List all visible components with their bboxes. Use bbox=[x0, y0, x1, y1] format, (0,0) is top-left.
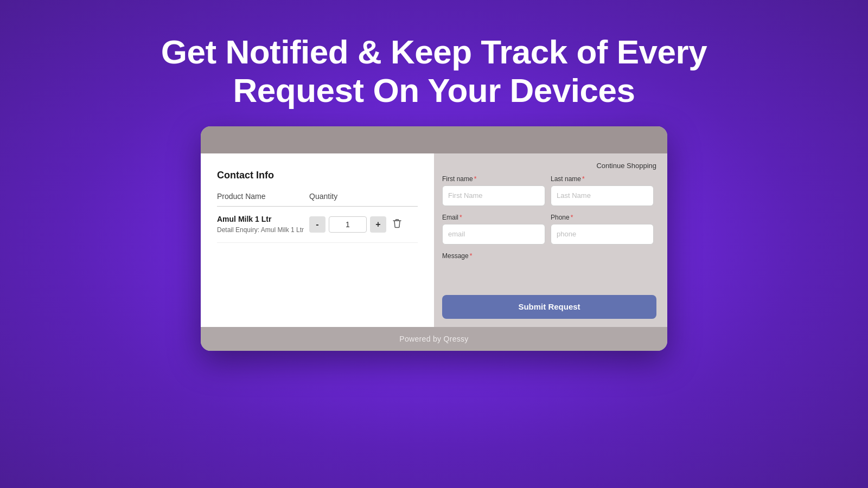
last-name-label: Last name* bbox=[551, 175, 654, 183]
required-star: * bbox=[474, 175, 477, 183]
product-info: Amul Milk 1 Ltr Detail Enquiry: Amul Mil… bbox=[217, 215, 309, 235]
required-star: * bbox=[571, 214, 573, 221]
heading-line1: Get Notified & Keep Track of Every bbox=[161, 33, 707, 70]
quantity-input[interactable] bbox=[329, 216, 367, 233]
form-scroll-area: First name* Last name* bbox=[442, 175, 656, 290]
app-container: Contact Info Product Name Quantity Amul … bbox=[201, 126, 667, 351]
submit-request-button[interactable]: Submit Request bbox=[442, 295, 656, 319]
form-group-message: Message* bbox=[442, 252, 654, 262]
delete-button[interactable] bbox=[393, 219, 401, 230]
form-row-message: Message* bbox=[442, 252, 654, 262]
col-quantity-header: Quantity bbox=[309, 192, 418, 201]
form-scroll-inner[interactable]: First name* Last name* bbox=[442, 175, 656, 273]
form-row-name: First name* Last name* bbox=[442, 175, 654, 206]
phone-label: Phone* bbox=[551, 214, 654, 221]
form-group-lastname: Last name* bbox=[551, 175, 654, 206]
form-row-contact: Email* Phone* bbox=[442, 214, 654, 245]
quantity-increase-button[interactable]: + bbox=[370, 216, 386, 233]
required-star: * bbox=[470, 252, 473, 260]
product-detail: Detail Enquiry: Amul Milk 1 Ltr bbox=[217, 226, 309, 235]
email-label: Email* bbox=[442, 214, 545, 221]
right-panel: Continue Shopping First name* Last name* bbox=[434, 153, 667, 327]
product-row: Amul Milk 1 Ltr Detail Enquiry: Amul Mil… bbox=[217, 215, 418, 243]
product-name: Amul Milk 1 Ltr bbox=[217, 215, 309, 223]
left-panel: Contact Info Product Name Quantity Amul … bbox=[201, 153, 434, 327]
page-heading: Get Notified & Keep Track of Every Reque… bbox=[161, 33, 707, 110]
required-star: * bbox=[459, 214, 462, 221]
contact-info-title: Contact Info bbox=[217, 170, 418, 181]
first-name-input[interactable] bbox=[442, 185, 545, 206]
col-product-header: Product Name bbox=[217, 192, 309, 201]
quantity-control: - + bbox=[309, 216, 418, 233]
footer-text: Powered by Qressy bbox=[399, 335, 468, 343]
phone-input[interactable] bbox=[551, 224, 654, 245]
table-header: Product Name Quantity bbox=[217, 192, 418, 207]
form-group-firstname: First name* bbox=[442, 175, 545, 206]
app-top-bar bbox=[201, 126, 667, 153]
form-group-email: Email* bbox=[442, 214, 545, 245]
message-label: Message* bbox=[442, 252, 654, 260]
form-group-phone: Phone* bbox=[551, 214, 654, 245]
app-content: Contact Info Product Name Quantity Amul … bbox=[201, 153, 667, 327]
continue-shopping-link[interactable]: Continue Shopping bbox=[442, 162, 656, 170]
required-star: * bbox=[582, 175, 585, 183]
heading-line2: Request On Your Devices bbox=[233, 72, 635, 109]
app-footer: Powered by Qressy bbox=[201, 327, 667, 351]
quantity-decrease-button[interactable]: - bbox=[309, 216, 326, 233]
first-name-label: First name* bbox=[442, 175, 545, 183]
email-input[interactable] bbox=[442, 224, 545, 245]
last-name-input[interactable] bbox=[551, 185, 654, 206]
